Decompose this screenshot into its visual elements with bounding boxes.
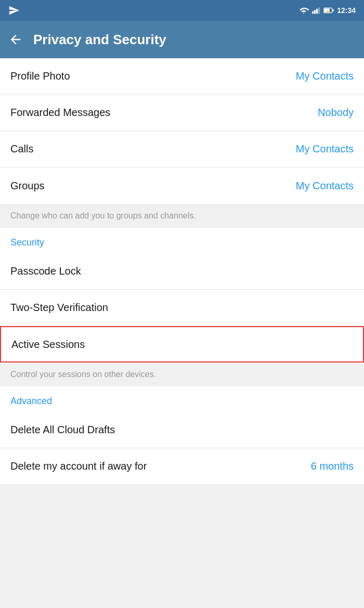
status-bar-left: [8, 5, 20, 16]
profile-photo-label: Profile Photo: [10, 70, 70, 82]
advanced-header-text: Advanced: [10, 396, 52, 406]
wifi-icon: [298, 7, 309, 14]
svg-text:⚡: ⚡: [326, 9, 330, 14]
svg-rect-3: [318, 7, 320, 14]
active-sessions-row[interactable]: Active Sessions: [0, 326, 364, 363]
battery-icon: ⚡: [323, 7, 334, 14]
status-bar: ⚡ 12:34: [0, 0, 364, 21]
security-header-text: Security: [10, 237, 44, 248]
signal-icon: [312, 7, 320, 14]
delete-account-label: Delete my account if away for: [10, 460, 147, 472]
groups-row[interactable]: Groups My Contacts: [0, 167, 364, 204]
forwarded-messages-row[interactable]: Forwarded Messages Nobody: [0, 95, 364, 131]
groups-label: Groups: [10, 180, 45, 192]
svg-rect-5: [332, 9, 333, 12]
delete-cloud-drafts-label: Delete All Cloud Drafts: [10, 424, 115, 436]
active-sessions-label: Active Sessions: [11, 339, 85, 351]
top-bar: Privacy and Security: [0, 21, 364, 58]
svg-rect-1: [314, 10, 316, 14]
security-section-header: Security: [0, 228, 364, 253]
telegram-icon: [8, 5, 20, 16]
status-bar-right: ⚡ 12:34: [298, 6, 356, 15]
delete-account-value: 6 months: [311, 460, 354, 472]
profile-photo-row[interactable]: Profile Photo My Contacts: [0, 58, 364, 95]
status-time: 12:34: [337, 6, 356, 15]
calls-label: Calls: [10, 143, 33, 155]
delete-account-row[interactable]: Delete my account if away for 6 months: [0, 448, 364, 485]
calls-value: My Contacts: [296, 143, 354, 155]
svg-rect-0: [312, 11, 314, 14]
groups-note: Change who can add you to groups and cha…: [0, 204, 364, 228]
back-button[interactable]: [8, 32, 23, 47]
passcode-lock-label: Passcode Lock: [10, 265, 81, 277]
svg-rect-2: [316, 9, 318, 14]
groups-value: My Contacts: [296, 180, 354, 192]
delete-cloud-drafts-row[interactable]: Delete All Cloud Drafts: [0, 412, 364, 448]
active-sessions-note: Control your sessions on other devices.: [0, 363, 364, 386]
calls-row[interactable]: Calls My Contacts: [0, 131, 364, 167]
forwarded-messages-label: Forwarded Messages: [10, 107, 110, 119]
privacy-section: Profile Photo My Contacts Forwarded Mess…: [0, 58, 364, 485]
two-step-row[interactable]: Two-Step Verification: [0, 290, 364, 326]
two-step-label: Two-Step Verification: [10, 302, 108, 314]
forwarded-messages-value: Nobody: [318, 107, 354, 119]
passcode-lock-row[interactable]: Passcode Lock: [0, 253, 364, 290]
profile-photo-value: My Contacts: [296, 70, 354, 82]
page-title: Privacy and Security: [33, 32, 166, 48]
advanced-section-header: Advanced: [0, 386, 364, 412]
